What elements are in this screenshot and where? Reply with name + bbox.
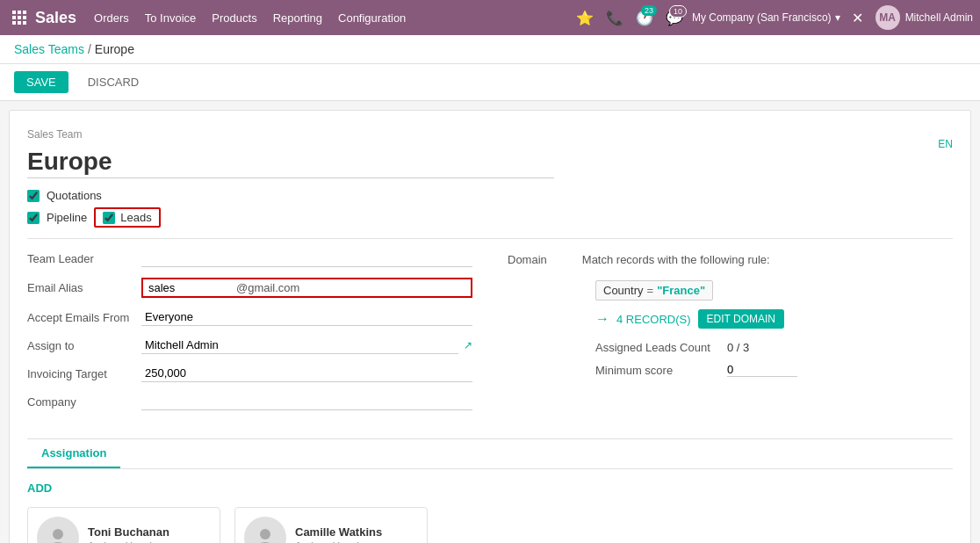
assign-to-label: Assign to: [27, 339, 141, 352]
topnav-right: ⭐ 📞 🕐 23 💬 10 My Company (San Francisco)…: [573, 5, 973, 30]
tab-assignation[interactable]: Assignation: [27, 439, 120, 468]
person-avatar-1: [244, 517, 286, 543]
accept-emails-row: Accept Emails From Everyone Followers: [27, 308, 472, 326]
svg-rect-8: [23, 21, 26, 25]
domain-label: Domain: [508, 253, 547, 270]
assigned-leads-label: Assigned Leads Count: [595, 341, 727, 354]
minimum-score-row: Minimum score: [595, 363, 953, 377]
clock-badge: 23: [641, 5, 657, 16]
breadcrumb-separator: /: [88, 42, 91, 56]
accept-emails-select[interactable]: Everyone Followers: [141, 308, 472, 326]
domain-country-key: Country: [603, 284, 644, 297]
person-info-0: Toni Buchanan Assigned Leads: [88, 525, 211, 544]
pipeline-checkbox[interactable]: [27, 212, 40, 224]
phone-icon[interactable]: 📞: [602, 5, 627, 30]
accept-emails-value: Everyone Followers: [141, 308, 472, 326]
domain-tag: Country = "France": [595, 280, 713, 300]
nav-orders[interactable]: Orders: [87, 8, 136, 28]
settings-icon[interactable]: ✕: [846, 5, 870, 30]
assigned-leads-row: Assigned Leads Count 0 / 3: [595, 341, 953, 354]
pipeline-row: Pipeline Leads: [27, 207, 953, 228]
assign-to-value: Mitchell Admin ↗: [141, 337, 472, 354]
person-name-0: Toni Buchanan: [88, 525, 211, 539]
arrow-icon: →: [595, 311, 609, 327]
nav-configuration[interactable]: Configuration: [331, 8, 413, 28]
leads-checkbox[interactable]: [103, 212, 115, 224]
company-row: Company: [27, 393, 472, 410]
save-button[interactable]: SAVE: [14, 71, 68, 93]
star-icon[interactable]: ⭐: [573, 5, 597, 30]
team-leader-label: Team Leader: [27, 252, 141, 265]
svg-rect-2: [23, 11, 26, 14]
minimum-score-input[interactable]: [727, 363, 797, 377]
person-name-1: Camille Watkins: [295, 525, 418, 539]
person-sublabel-1: Assigned Leads: [295, 540, 418, 544]
discard-button[interactable]: DISCARD: [76, 71, 152, 93]
section-label: Sales Team: [27, 128, 938, 141]
add-button[interactable]: ADD: [27, 478, 52, 498]
svg-rect-6: [12, 21, 16, 25]
invoicing-target-value: [141, 365, 472, 382]
cards-row: Toni Buchanan Assigned Leads Camille Wat…: [27, 507, 953, 543]
top-navigation: Sales Orders To Invoice Products Reporti…: [0, 0, 980, 35]
language-badge[interactable]: EN: [938, 138, 953, 150]
domain-section: Domain Match records with the following …: [508, 250, 953, 377]
quotations-row: Quotations: [27, 189, 953, 202]
cards-section: ADD Toni Buchanan Assigned Leads: [27, 469, 953, 543]
nav-reporting[interactable]: Reporting: [266, 8, 329, 28]
email-alias-value: @gmail.com: [141, 278, 472, 298]
assign-to-select[interactable]: Mitchell Admin: [141, 337, 458, 354]
breadcrumb-parent-link[interactable]: Sales Teams: [14, 42, 84, 56]
email-alias-label: Email Alias: [27, 281, 141, 294]
person-card-0: Toni Buchanan Assigned Leads: [27, 507, 220, 543]
domain-eq: =: [647, 284, 654, 297]
svg-point-11: [260, 529, 270, 539]
nav-to-invoice[interactable]: To Invoice: [138, 8, 204, 28]
app-name: Sales: [35, 9, 76, 27]
person-avatar-0: [37, 517, 79, 543]
leads-label: Leads: [120, 211, 151, 224]
app-grid-icon[interactable]: [7, 5, 32, 30]
edit-domain-button[interactable]: EDIT DOMAIN: [698, 309, 784, 329]
svg-rect-3: [12, 16, 16, 19]
quotations-checkbox[interactable]: [27, 190, 40, 202]
svg-rect-5: [23, 16, 26, 19]
clock-icon[interactable]: 🕐 23: [632, 5, 657, 30]
records-row: → 4 RECORD(S) EDIT DOMAIN: [595, 309, 953, 329]
company-select[interactable]: [141, 393, 472, 410]
company-dropdown-icon: ▾: [835, 11, 840, 24]
domain-country-val: "France": [657, 284, 705, 297]
nav-menu: Orders To Invoice Products Reporting Con…: [87, 8, 569, 28]
person-info-1: Camille Watkins Assigned Leads: [295, 525, 418, 544]
minimum-score-label: Minimum score: [595, 364, 727, 377]
quotations-label: Quotations: [47, 189, 102, 202]
action-bar: SAVE DISCARD: [0, 64, 980, 101]
team-leader-select[interactable]: [141, 250, 472, 267]
invoicing-target-input[interactable]: [141, 365, 472, 382]
email-alias-input[interactable]: [148, 281, 236, 294]
leads-highlight: Leads: [94, 207, 160, 228]
svg-rect-0: [12, 11, 16, 14]
company-label: Company: [27, 395, 141, 409]
form-right: Domain Match records with the following …: [508, 250, 953, 421]
external-link-icon[interactable]: ↗: [464, 339, 472, 351]
form-left: Team Leader Email Alias @gmail.com: [27, 250, 472, 421]
nav-products[interactable]: Products: [205, 8, 263, 28]
form-columns: Team Leader Email Alias @gmail.com: [27, 250, 953, 421]
assign-to-row: Assign to Mitchell Admin ↗: [27, 337, 472, 354]
breadcrumb: Sales Teams / Europe: [0, 35, 980, 64]
accept-emails-label: Accept Emails From: [27, 311, 141, 324]
svg-point-9: [53, 529, 63, 539]
invoicing-target-row: Invoicing Target: [27, 365, 472, 382]
svg-rect-7: [18, 21, 21, 25]
main-form: Sales Team EN Quotations Pipeline Leads …: [9, 110, 971, 543]
records-link[interactable]: 4 RECORD(S): [616, 313, 691, 326]
domain-rule-label: Match records with the following rule:: [582, 253, 770, 266]
avatar: MA: [876, 5, 900, 30]
chat-icon[interactable]: 💬 10: [662, 5, 687, 30]
company-selector[interactable]: My Company (San Francisco) ▾: [692, 11, 840, 24]
team-name-input[interactable]: [27, 146, 554, 178]
email-alias-wrapper: @gmail.com: [141, 278, 472, 298]
assigned-leads-value: 0 / 3: [727, 341, 749, 354]
svg-rect-1: [18, 11, 21, 14]
